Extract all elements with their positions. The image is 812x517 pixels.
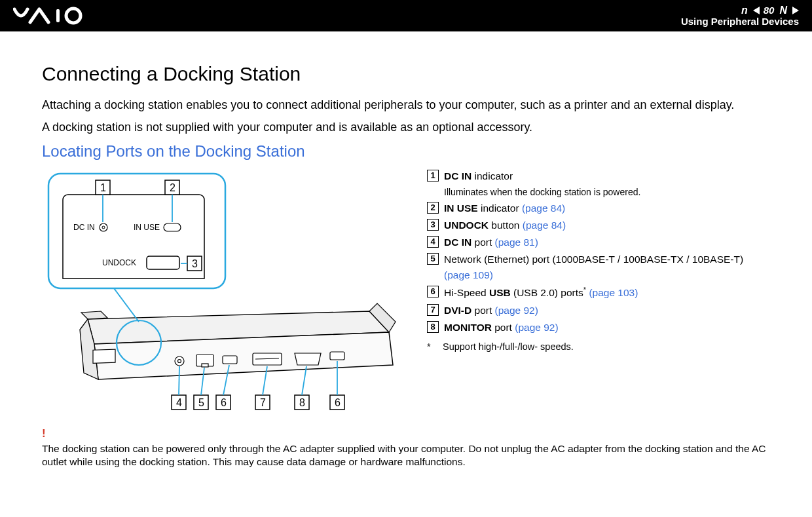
link-page-92b[interactable]: (page 92) — [515, 322, 558, 333]
next-page-icon[interactable] — [792, 7, 799, 14]
label-dc-in: DC IN — [73, 223, 95, 232]
prev-page-icon[interactable] — [753, 7, 760, 14]
footnote-mark: * — [427, 339, 434, 354]
legend-num-2: 2 — [427, 202, 439, 214]
vaio-logo-svg — [13, 7, 105, 25]
legend-num-7: 7 — [427, 304, 439, 316]
svg-point-1 — [66, 9, 81, 23]
link-page-81[interactable]: (page 81) — [495, 237, 538, 248]
link-page-109[interactable]: (page 109) — [444, 269, 493, 280]
legend-item-1: 1 DC IN indicator — [427, 168, 770, 184]
warning-text: The docking station can be powered only … — [42, 443, 766, 467]
legend-item-8: 8 MONITOR port (page 92) — [427, 320, 770, 335]
label-in-use: IN USE — [134, 223, 160, 232]
legend-1-sub: Illuminates when the docking station is … — [444, 185, 770, 200]
header-bar: n 80 N Using Peripheral Devices — [0, 0, 812, 31]
section-label: Using Peripheral Devices — [681, 16, 799, 28]
dock-illustration — [80, 288, 396, 379]
legend-num-6: 6 — [427, 286, 439, 297]
footnote-text: Support high-/full-/low- speeds. — [443, 339, 574, 354]
svg-text:6: 6 — [335, 397, 341, 408]
svg-text:8: 8 — [299, 397, 305, 408]
legend-num-1: 1 — [427, 170, 439, 182]
N-label: N — [779, 5, 787, 16]
svg-rect-0 — [56, 9, 60, 22]
footnote: * Support high-/full-/low- speeds. — [427, 339, 770, 354]
intro-p1: Attaching a docking station enables you … — [42, 97, 770, 113]
page-title: Connecting a Docking Station — [42, 63, 770, 85]
svg-line-43 — [302, 366, 306, 395]
link-page-92a[interactable]: (page 92) — [495, 305, 538, 316]
vaio-logo — [13, 7, 105, 25]
svg-text:2: 2 — [170, 182, 175, 193]
legend-item-5: 5 Network (Ethernet) port (1000BASE-T / … — [427, 252, 770, 283]
legend-num-3: 3 — [427, 219, 439, 231]
warning-block: ! The docking station can be powered onl… — [42, 427, 770, 469]
warning-mark-icon: ! — [42, 427, 770, 441]
diagram: DC IN IN USE UNDOCK 1 2 3 — [42, 168, 409, 420]
legend-item-6: 6 Hi-Speed USB (USB 2.0) ports* (page 10… — [427, 284, 770, 301]
svg-point-20 — [178, 359, 181, 362]
link-page-84a[interactable]: (page 84) — [522, 202, 565, 214]
legend-num-4: 4 — [427, 236, 439, 248]
svg-text:3: 3 — [192, 258, 198, 269]
svg-text:1: 1 — [100, 182, 106, 193]
legend-item-2: 2 IN USE indicator (page 84) — [427, 201, 770, 216]
n-label: n — [741, 5, 748, 16]
intro-block: Attaching a docking station enables you … — [42, 97, 770, 136]
label-undock: UNDOCK — [102, 258, 136, 267]
page-number: 80 — [764, 5, 775, 16]
svg-rect-26 — [330, 352, 344, 360]
legend-item-7: 7 DVI-D port (page 92) — [427, 303, 770, 318]
legend: 1 DC IN indicator Illuminates when the d… — [427, 168, 770, 354]
svg-rect-16 — [93, 349, 115, 363]
legend-item-3: 3 UNDOCK button (page 84) — [427, 218, 770, 233]
svg-line-39 — [179, 366, 179, 395]
svg-text:5: 5 — [198, 397, 204, 408]
legend-item-4: 4 DC IN port (page 81) — [427, 235, 770, 250]
svg-rect-23 — [223, 356, 237, 364]
svg-line-18 — [114, 288, 139, 322]
intro-p2: A docking station is not supplied with y… — [42, 119, 770, 135]
svg-text:7: 7 — [260, 397, 266, 408]
legend-num-8: 8 — [427, 321, 439, 333]
subsection-title: Locating Ports on the Docking Station — [42, 142, 770, 161]
svg-text:6: 6 — [221, 397, 227, 408]
page-content: Connecting a Docking Station Attaching a… — [0, 31, 812, 469]
header-right: n 80 N Using Peripheral Devices — [681, 5, 799, 27]
legend-num-5: 5 — [427, 253, 439, 265]
link-page-84b[interactable]: (page 84) — [523, 220, 566, 231]
svg-rect-22 — [202, 364, 208, 367]
page-nav: n 80 N — [740, 5, 799, 16]
link-page-103[interactable]: (page 103) — [589, 288, 638, 299]
svg-text:4: 4 — [176, 397, 182, 408]
